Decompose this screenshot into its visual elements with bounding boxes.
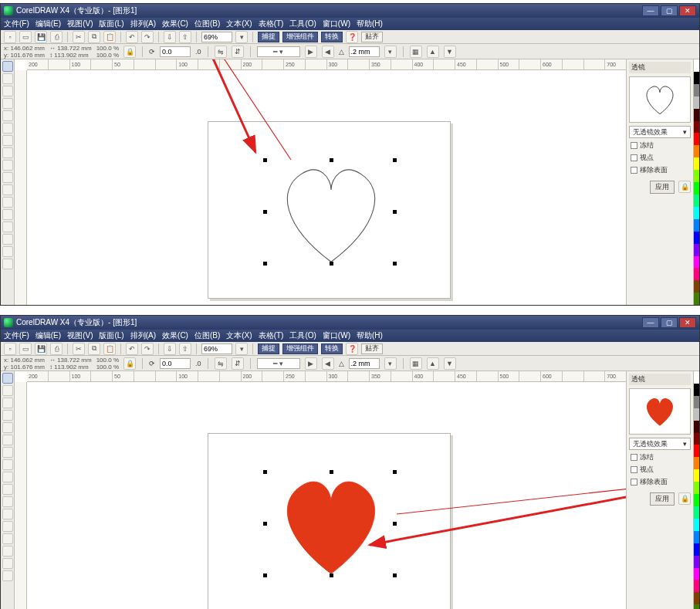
color-swatch[interactable] xyxy=(694,72,699,84)
menu-view[interactable]: 视图(V) xyxy=(67,330,93,341)
color-swatch[interactable] xyxy=(694,133,699,145)
new-icon[interactable]: ▫ xyxy=(4,343,16,355)
text-tool-icon[interactable] xyxy=(2,184,13,195)
lock-aspect-icon[interactable]: 🔒 xyxy=(123,357,136,370)
heart-shape-outline[interactable] xyxy=(269,160,393,268)
rotation-input[interactable] xyxy=(160,358,191,369)
color-swatch[interactable] xyxy=(694,371,699,384)
to-front-icon[interactable]: ▲ xyxy=(427,46,439,58)
table-tool-icon[interactable] xyxy=(2,509,13,519)
smartfill-tool-icon[interactable] xyxy=(2,123,13,134)
menu-help[interactable]: 帮助(H) xyxy=(357,19,383,29)
zoom-dropdown-icon[interactable]: ▾ xyxy=(235,343,248,355)
color-swatch[interactable] xyxy=(694,109,699,121)
end-cap-icon[interactable]: ◀ xyxy=(322,357,334,370)
menu-window[interactable]: 窗口(W) xyxy=(323,330,350,341)
menu-table[interactable]: 表格(T) xyxy=(259,19,284,29)
color-swatch[interactable] xyxy=(694,232,699,244)
selection-handle[interactable] xyxy=(263,210,267,214)
freeze-checkbox[interactable]: 冻结 xyxy=(631,140,689,151)
basicshape-tool-icon[interactable] xyxy=(2,172,13,183)
outlinepen-tool-icon[interactable] xyxy=(2,234,13,245)
menu-edit[interactable]: 编辑(E) xyxy=(36,19,61,29)
zoom-dropdown-icon[interactable]: ▾ xyxy=(235,31,248,43)
wrap-text-icon[interactable]: ▦ xyxy=(410,46,422,58)
outline-width-input[interactable] xyxy=(349,46,380,57)
cut-icon[interactable]: ✂ xyxy=(73,343,85,355)
menu-text[interactable]: 文本(X) xyxy=(226,330,252,341)
selection-handle[interactable] xyxy=(393,573,397,577)
color-swatch[interactable] xyxy=(694,59,699,72)
max-button[interactable]: ▢ xyxy=(661,5,678,16)
viewpoint-checkbox[interactable]: 视点 xyxy=(631,153,689,163)
menu-file[interactable]: 文件(F) xyxy=(4,330,29,341)
enhance-button[interactable]: 增强组件 xyxy=(282,32,318,42)
menu-tools[interactable]: 工具(O) xyxy=(289,19,316,29)
wrap-text-icon[interactable]: ▦ xyxy=(410,357,422,370)
color-swatch[interactable] xyxy=(694,556,699,568)
freeze-checkbox[interactable]: 冻结 xyxy=(631,452,689,462)
import-icon[interactable]: ⇩ xyxy=(164,343,176,355)
color-swatch[interactable] xyxy=(694,157,699,170)
menu-window[interactable]: 窗口(W) xyxy=(323,19,350,29)
rectangle-tool-icon[interactable] xyxy=(2,447,13,458)
color-swatch[interactable] xyxy=(694,592,699,604)
smartfill-tool-icon[interactable] xyxy=(2,435,13,445)
mirror-h-icon[interactable]: ⇋ xyxy=(215,357,227,370)
selection-handle[interactable] xyxy=(330,158,333,162)
eyedropper-tool-icon[interactable] xyxy=(2,533,13,544)
mirror-h-icon[interactable]: ⇋ xyxy=(215,46,227,58)
undo-icon[interactable]: ↶ xyxy=(126,343,138,355)
color-swatch[interactable] xyxy=(694,96,699,109)
color-swatch[interactable] xyxy=(694,531,699,543)
fill-tool-icon[interactable] xyxy=(2,558,13,569)
menu-help[interactable]: 帮助(H) xyxy=(357,330,383,341)
blend-tool-icon[interactable] xyxy=(2,209,13,220)
apply-button[interactable]: 应用 xyxy=(650,492,675,506)
cut-icon[interactable]: ✂ xyxy=(73,31,85,43)
eyedropper-tool-icon[interactable] xyxy=(2,222,13,232)
zoom-tool-icon[interactable] xyxy=(2,98,13,109)
copy-icon[interactable]: ⧉ xyxy=(88,31,100,43)
text-tool-icon[interactable] xyxy=(2,496,13,507)
selection-handle[interactable] xyxy=(263,522,267,526)
menu-effect[interactable]: 效果(C) xyxy=(162,19,188,29)
polygon-tool-icon[interactable] xyxy=(2,160,13,171)
selection-handle[interactable] xyxy=(330,470,333,474)
to-back-icon[interactable]: ▼ xyxy=(444,46,456,58)
fill-tool-icon[interactable] xyxy=(2,246,13,257)
redo-icon[interactable]: ↷ xyxy=(141,31,154,43)
selection-handle[interactable] xyxy=(393,262,397,266)
menu-effect[interactable]: 效果(C) xyxy=(162,330,188,341)
paste-icon[interactable]: 📋 xyxy=(103,343,116,355)
menu-bitmap[interactable]: 位图(B) xyxy=(194,330,220,341)
color-swatch[interactable] xyxy=(694,421,699,433)
snap-button[interactable]: 捕捉 xyxy=(258,32,279,42)
export-icon[interactable]: ⇧ xyxy=(179,343,191,355)
color-swatch[interactable] xyxy=(694,170,699,182)
heart-shape-filled[interactable] xyxy=(269,472,393,580)
ellipse-tool-icon[interactable] xyxy=(2,459,13,470)
undo-icon[interactable]: ↶ xyxy=(126,31,138,43)
min-button[interactable]: — xyxy=(642,5,659,16)
new-icon[interactable]: ▫ xyxy=(4,31,16,43)
table-tool-icon[interactable] xyxy=(2,197,13,208)
menu-bitmap[interactable]: 位图(B) xyxy=(194,19,220,29)
shape-tool-icon[interactable] xyxy=(2,73,13,84)
print-icon[interactable]: ⎙ xyxy=(50,343,63,355)
menu-arrange[interactable]: 排列(A) xyxy=(130,19,156,29)
save-icon[interactable]: 💾 xyxy=(35,343,47,355)
outline-dropdown-icon[interactable]: ▾ xyxy=(384,357,397,370)
color-swatch[interactable] xyxy=(694,604,699,609)
menu-file[interactable]: 文件(F) xyxy=(4,19,29,29)
selection-handle[interactable] xyxy=(330,573,333,577)
align-button[interactable]: 贴齐 xyxy=(361,32,383,42)
pick-tool-icon[interactable] xyxy=(2,61,13,72)
color-swatch[interactable] xyxy=(694,568,699,580)
menu-edit[interactable]: 编辑(E) xyxy=(36,330,61,341)
viewpoint-checkbox[interactable]: 视点 xyxy=(631,465,689,475)
color-swatch[interactable] xyxy=(694,519,699,531)
color-swatch[interactable] xyxy=(694,482,699,494)
lock-icon[interactable]: 🔒 xyxy=(678,492,691,505)
save-icon[interactable]: 💾 xyxy=(35,31,47,43)
